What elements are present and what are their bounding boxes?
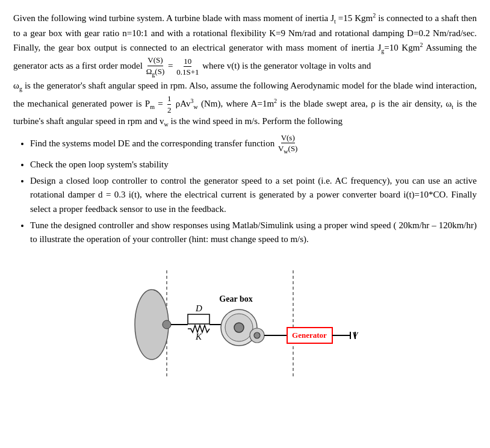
value-denominator: 0.1S+1 (176, 67, 199, 77)
generator-label: Generator (292, 331, 327, 340)
bullet-1: Find the systems model DE and the corres… (30, 133, 477, 155)
bullet-4: Tune the designed controller and show re… (30, 219, 477, 247)
half-den: 2 (167, 105, 172, 115)
gear-box-label: Gear box (219, 294, 252, 303)
system-diagram: D K Gear box Generator V (119, 264, 371, 385)
bullet-3: Design a closed loop controller to contr… (30, 174, 477, 216)
fraction-numerator: V(S) (147, 55, 163, 66)
value-fraction: 10 0.1S+1 (176, 57, 199, 77)
d-label: D (195, 303, 202, 313)
tf-den: Vw(S) (278, 143, 298, 155)
tf-num: V(s) (281, 133, 295, 144)
svg-point-11 (254, 332, 260, 338)
bullet-list: Find the systems model DE and the corres… (30, 133, 477, 247)
value-numerator: 10 (184, 57, 191, 67)
fraction-denominator: Ωg(S) (146, 66, 165, 78)
bullet-2: Check the open loop system's stability (30, 158, 477, 172)
half-num: 1 (167, 94, 172, 105)
paragraph-2: ωg is the generator's shaft angular spee… (13, 79, 477, 129)
half-fraction: 1 2 (167, 94, 172, 114)
diagram-area: D K Gear box Generator V (13, 264, 477, 385)
tf-fraction: V(s) Vw(S) (278, 133, 298, 155)
svg-point-3 (163, 320, 171, 329)
transfer-function-fraction: V(S) Ωg(S) (146, 55, 165, 78)
main-content: Given the following wind turbine system.… (13, 11, 477, 246)
k-label: K (195, 332, 202, 341)
svg-rect-5 (188, 314, 209, 324)
paragraph-1: Given the following wind turbine system.… (13, 11, 477, 78)
svg-point-9 (234, 323, 244, 332)
